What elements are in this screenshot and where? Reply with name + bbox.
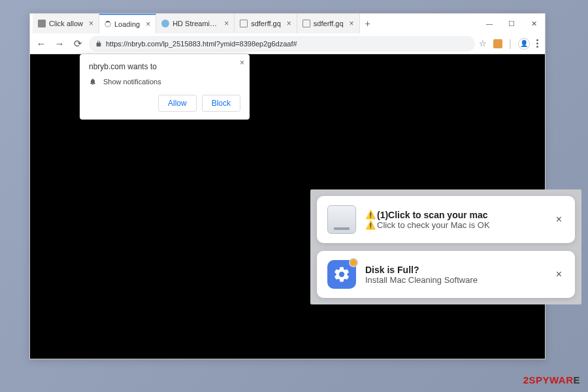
badge-icon [349, 258, 358, 267]
bookmark-star-icon[interactable]: ☆ [479, 39, 487, 48]
warning-icon: ⚠️ [365, 220, 376, 230]
browser-menu-icon[interactable] [536, 39, 538, 48]
close-icon[interactable]: × [350, 19, 354, 28]
tab-title: Click allow [49, 20, 83, 27]
watermark-prefix: 2SPYWAR [523, 374, 574, 385]
tab-title: HD Streaming - 720p [172, 20, 218, 27]
profile-avatar[interactable]: 👤 [518, 38, 530, 50]
tab-strip: Click allow × Loading × HD Streaming - 7… [30, 14, 545, 33]
close-icon[interactable]: × [240, 58, 244, 67]
reload-button[interactable]: ⟳ [71, 37, 85, 51]
notification-title: Disk is Full? [365, 265, 544, 275]
watermark: 2SPYWARE [523, 374, 580, 385]
watermark-suffix: E [573, 374, 580, 385]
close-icon[interactable]: × [553, 266, 564, 283]
notification-subtitle: ⚠️ Click to check your Mac is OK [365, 220, 544, 230]
tab-sdferff-2[interactable]: sdferff.gq × [297, 14, 360, 33]
notification-subtitle-text: Click to check your Mac is OK [377, 220, 490, 230]
bell-icon [89, 78, 97, 86]
tab-loading[interactable]: Loading × [99, 14, 156, 33]
page-icon [240, 20, 248, 27]
permission-site-label: nbryb.com wants to [89, 62, 240, 71]
forward-button[interactable]: → [52, 37, 67, 51]
window-controls [478, 14, 545, 33]
tab-sdferff-1[interactable]: sdferff.gq × [235, 14, 297, 33]
globe-icon [161, 20, 169, 27]
close-icon[interactable]: × [146, 20, 150, 29]
notification-title-text: (1)Click to scan your mac [377, 210, 488, 220]
extension-icon[interactable] [493, 39, 502, 48]
close-icon[interactable]: × [224, 19, 229, 28]
close-icon[interactable]: × [553, 211, 564, 228]
address-bar[interactable]: https://nbryb.com/lp_2515883.html?ymid=8… [89, 36, 475, 52]
tab-title: sdferff.gq [251, 20, 281, 27]
notification-title: ⚠️ (1)Click to scan your mac [365, 210, 544, 220]
notification-permission-popup: × nbryb.com wants to Show notifications … [80, 54, 250, 120]
harddrive-icon [327, 205, 356, 234]
notification-stack: ⚠️ (1)Click to scan your mac ⚠️ Click to… [310, 189, 581, 304]
divider: | [509, 38, 512, 50]
notification-subtitle: Install Mac Cleaning Software [365, 275, 544, 285]
new-tab-button[interactable]: + [360, 14, 376, 33]
page-icon [38, 20, 46, 27]
notification-group: ⚠️ (1)Click to scan your mac ⚠️ Click to… [310, 189, 581, 304]
warning-icon: ⚠️ [365, 210, 376, 220]
toolbar-right: ☆ | 👤 [479, 38, 541, 50]
back-button[interactable]: ← [34, 37, 48, 51]
permission-buttons: Allow Block [89, 95, 240, 112]
tab-title: sdferff.gq [314, 20, 344, 27]
url-text: https://nbryb.com/lp_2515883.html?ymid=8… [106, 40, 468, 48]
block-button[interactable]: Block [202, 95, 240, 112]
gear-icon [327, 260, 356, 289]
loading-spinner-icon [105, 21, 111, 27]
tab-hd-streaming[interactable]: HD Streaming - 720p × [156, 14, 235, 33]
tab-click-allow[interactable]: Click allow × [33, 14, 99, 33]
close-icon[interactable]: × [89, 19, 93, 28]
permission-request-row: Show notifications [89, 78, 240, 86]
lock-icon [95, 41, 102, 47]
close-window-button[interactable] [523, 14, 545, 33]
titlebar: Click allow × Loading × HD Streaming - 7… [30, 14, 545, 33]
maximize-button[interactable] [500, 14, 523, 33]
toolbar: ← → ⟳ https://nbryb.com/lp_2515883.html?… [30, 33, 545, 54]
allow-button[interactable]: Allow [158, 95, 197, 112]
tab-title: Loading [114, 20, 140, 28]
minimize-button[interactable] [478, 14, 500, 33]
notification-body: Disk is Full? Install Mac Cleaning Softw… [365, 265, 544, 285]
permission-request-text: Show notifications [103, 78, 161, 86]
close-icon[interactable]: × [287, 19, 291, 28]
browser-window: Click allow × Loading × HD Streaming - 7… [29, 13, 546, 359]
notification-body: ⚠️ (1)Click to scan your mac ⚠️ Click to… [365, 210, 544, 230]
notification-disk-full[interactable]: Disk is Full? Install Mac Cleaning Softw… [317, 251, 575, 298]
notification-scan-mac[interactable]: ⚠️ (1)Click to scan your mac ⚠️ Click to… [317, 196, 575, 243]
page-icon [302, 20, 310, 27]
